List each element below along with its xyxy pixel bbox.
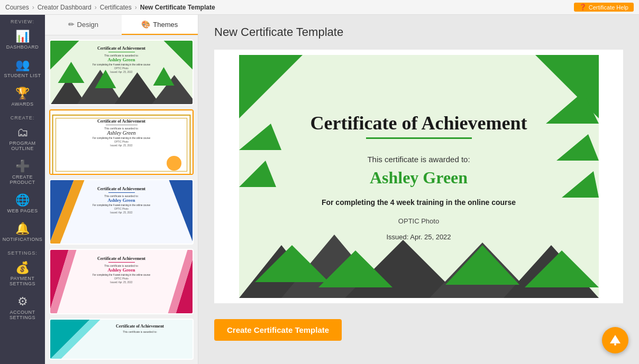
sidebar-item-create-product[interactable]: ➕ CREATE PRODUCT bbox=[0, 155, 45, 189]
mini-pink-name: Ashley Green bbox=[77, 267, 166, 273]
certificate-issued: Issued: Apr. 25, 2022 bbox=[386, 233, 451, 241]
certificate-awarded-text: This certificate is awarded to: bbox=[367, 155, 470, 164]
sidebar-item-dashboard[interactable]: 📊 DASHBOARD bbox=[0, 25, 45, 54]
theme-card-teal-corner[interactable]: Certificate of Achievement This certific… bbox=[49, 319, 194, 360]
mini-green-issued: Issued: Apr. 25, 2022 bbox=[50, 71, 193, 73]
mini-white-completing: For completing the 4 week training in th… bbox=[51, 137, 192, 139]
mini-white-title: Certificate of Achievement bbox=[51, 119, 192, 124]
mini-blue-issued: Issued: Apr. 25, 2022 bbox=[82, 211, 161, 214]
tab-themes[interactable]: 🎨 Themes bbox=[122, 15, 198, 35]
awards-label: AWARDS bbox=[12, 101, 34, 107]
action-area: Create Certificate Template bbox=[214, 314, 623, 346]
program-outline-icon: 🗂 bbox=[17, 126, 29, 139]
mini-green-completing: For completing the 4 week training in th… bbox=[50, 63, 193, 66]
breadcrumb-sep-2: › bbox=[95, 4, 97, 11]
settings-section-label: SETTINGS: bbox=[0, 250, 45, 256]
dashboard-icon: 📊 bbox=[15, 30, 30, 43]
review-section-label: REVIEW: bbox=[0, 19, 45, 24]
account-settings-icon: ⚙ bbox=[17, 295, 28, 309]
mini-teal-awarded: This certificate is awarded to: bbox=[93, 330, 187, 333]
theme-card-blue-diagonal[interactable]: Certificate of Achievement This certific… bbox=[49, 179, 194, 245]
sidebar-item-student-list[interactable]: 👥 STUDENT LIST bbox=[0, 54, 45, 82]
breadcrumb-new-template: New Certificate Template bbox=[140, 4, 215, 11]
dashboard-label: DASHBOARD bbox=[6, 44, 39, 50]
create-section-label: CREATE: bbox=[0, 115, 45, 120]
theme-card-pink-stripes[interactable]: Certificate of Achievement This certific… bbox=[49, 249, 194, 314]
create-certificate-template-button[interactable]: Create Certificate Template bbox=[214, 319, 342, 341]
mini-green-title: Certificate of Achievement bbox=[50, 46, 193, 51]
web-pages-icon: 🌐 bbox=[15, 193, 30, 207]
breadcrumb-sep-3: › bbox=[135, 4, 137, 11]
left-panel: ✏ Design 🎨 Themes bbox=[45, 15, 198, 364]
account-settings-label: ACCOUNT SETTINGS bbox=[2, 310, 43, 320]
mini-white-issued: Issued: Apr. 25, 2022 bbox=[51, 144, 192, 147]
certificate-help-button[interactable]: ❓ Certificate Help bbox=[574, 3, 634, 12]
sidebar-item-payment-settings[interactable]: 💰 PAYMENT SETTINGS bbox=[0, 257, 45, 291]
mini-pink-org: OPTIC Photo bbox=[77, 277, 166, 280]
svg-point-37 bbox=[614, 343, 616, 346]
theme-card-green-mountains[interactable]: Certificate of Achievement This certific… bbox=[49, 40, 194, 105]
program-outline-label: PROGRAM OUTLINE bbox=[2, 141, 43, 151]
create-product-icon: ➕ bbox=[15, 160, 30, 173]
create-product-label: CREATE PRODUCT bbox=[2, 174, 43, 185]
certificate-preview-container: Certificate of Achievement This certific… bbox=[214, 50, 623, 303]
breadcrumb-creator-dashboard[interactable]: Creator Dashboard bbox=[38, 4, 92, 11]
theme-card-classic-white[interactable]: Certificate of Achievement This certific… bbox=[49, 109, 194, 175]
tab-design[interactable]: ✏ Design bbox=[45, 15, 122, 35]
mini-green-org: OPTIC Photo bbox=[50, 67, 193, 70]
certificate-underline bbox=[366, 137, 472, 139]
mini-teal-title: Certificate of Achievement bbox=[93, 324, 187, 329]
notifications-label: NOTIFICATIONS bbox=[3, 237, 42, 242]
page-title: New Certificate Template bbox=[214, 25, 623, 39]
payment-settings-icon: 💰 bbox=[15, 261, 30, 275]
breadcrumb-courses[interactable]: Courses bbox=[5, 4, 29, 11]
certificate-content: Certificate of Achievement This certific… bbox=[239, 55, 599, 298]
mini-pink-completing: For completing the 4 week training in th… bbox=[77, 274, 166, 276]
mini-blue-org: OPTIC Photo bbox=[82, 208, 161, 210]
design-tab-label: Design bbox=[77, 21, 98, 29]
tab-row: ✏ Design 🎨 Themes bbox=[45, 15, 198, 35]
svg-marker-36 bbox=[610, 335, 620, 343]
student-list-label: STUDENT LIST bbox=[4, 73, 41, 78]
svg-marker-13 bbox=[169, 180, 193, 245]
certificate-large-preview: Certificate of Achievement This certific… bbox=[239, 55, 599, 298]
mini-green-name: Ashley Green bbox=[50, 57, 193, 62]
sidebar-item-program-outline[interactable]: 🗂 PROGRAM OUTLINE bbox=[0, 122, 45, 155]
notifications-icon: 🔔 bbox=[15, 222, 30, 236]
sidebar-item-web-pages[interactable]: 🌐 WEB PAGES bbox=[0, 189, 45, 218]
sidebar-item-notifications[interactable]: 🔔 NOTIFICATIONS bbox=[0, 218, 45, 246]
content-area: New Certificate Template bbox=[198, 15, 639, 364]
mini-blue-name: Ashley Green bbox=[82, 198, 161, 203]
breadcrumb-certificates[interactable]: Certificates bbox=[100, 4, 132, 11]
sidebar: REVIEW: 📊 DASHBOARD 👥 STUDENT LIST 🏆 AWA… bbox=[0, 15, 45, 364]
mini-white-org: OPTIC Photo bbox=[51, 141, 192, 143]
mini-white-name: Ashley Green bbox=[51, 130, 192, 136]
mini-blue-title: Certificate of Achievement bbox=[82, 186, 161, 191]
certificate-org: OPTIC Photo bbox=[398, 217, 439, 225]
breadcrumb-bar: Courses › Creator Dashboard › Certificat… bbox=[0, 0, 639, 15]
certificate-completing-text: For completing the 4 week training in th… bbox=[322, 198, 516, 207]
theme-list: Certificate of Achievement This certific… bbox=[45, 35, 198, 364]
mini-blue-completing: For completing the 4 week training in th… bbox=[82, 204, 161, 207]
themes-tab-icon: 🎨 bbox=[141, 20, 150, 29]
sidebar-item-account-settings[interactable]: ⚙ ACCOUNT SETTINGS bbox=[0, 291, 45, 324]
mini-pink-title: Certificate of Achievement bbox=[77, 256, 166, 261]
awards-icon: 🏆 bbox=[15, 87, 30, 100]
web-pages-label: WEB PAGES bbox=[7, 208, 38, 213]
breadcrumb-sep-1: › bbox=[32, 4, 34, 11]
certificate-title: Certificate of Achievement bbox=[311, 112, 527, 134]
payment-settings-label: PAYMENT SETTINGS bbox=[2, 276, 43, 286]
mini-pink-issued: Issued: Apr. 25, 2022 bbox=[77, 281, 166, 284]
help-fab-button[interactable] bbox=[602, 327, 628, 353]
sidebar-item-awards[interactable]: 🏆 AWARDS bbox=[0, 82, 45, 111]
themes-tab-label: Themes bbox=[153, 21, 178, 29]
student-list-icon: 👥 bbox=[15, 58, 30, 72]
certificate-recipient: Ashley Green bbox=[370, 168, 468, 188]
design-tab-icon: ✏ bbox=[68, 20, 75, 29]
